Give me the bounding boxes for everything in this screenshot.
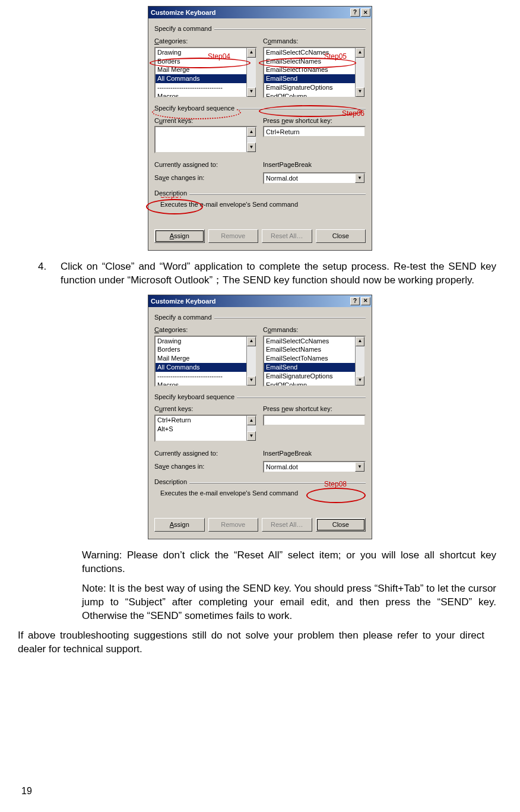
current-keys-listbox[interactable]: ▲▼	[154, 126, 257, 153]
dialog-title: Customize Keyboard	[151, 8, 349, 17]
step-number: 4.	[18, 260, 61, 287]
assign-button[interactable]: Assign	[154, 229, 205, 243]
categories-listbox[interactable]: DrawingBordersMail MergeAll Commands----…	[154, 336, 257, 387]
group-description: Description	[154, 478, 366, 486]
remove-button[interactable]: Remove	[208, 229, 259, 243]
close-icon[interactable]	[361, 297, 370, 305]
list-item[interactable]: EmailSelectCcNames	[264, 48, 355, 57]
save-changes-label: Save changes in:	[154, 172, 257, 183]
customize-keyboard-dialog-1: Customize Keyboard Specify a command Cat…	[148, 6, 372, 251]
scrollbar[interactable]: ▲▼	[355, 48, 364, 97]
list-item[interactable]: All Commands	[156, 74, 246, 83]
categories-label: Categories:	[154, 37, 257, 46]
reset-all-button[interactable]: Reset All…	[262, 229, 312, 243]
commands-listbox[interactable]: EmailSelectCcNamesEmailSelectNamesEmailS…	[263, 47, 366, 98]
list-item[interactable]: EmailSelectNames	[264, 57, 355, 66]
dialog-title: Customize Keyboard	[151, 297, 349, 306]
save-changes-combo[interactable]: Normal.dot ▼	[263, 461, 366, 473]
titlebar[interactable]: Customize Keyboard	[148, 295, 372, 307]
list-item[interactable]: Drawing	[156, 48, 246, 57]
list-item[interactable]: Borders	[156, 345, 246, 354]
press-new-key-label: Press new shortcut key:	[263, 116, 366, 125]
group-specify-command: Specify a command	[154, 24, 366, 33]
remove-button[interactable]: Remove	[208, 518, 259, 532]
list-item[interactable]: Macros	[156, 381, 246, 386]
list-item[interactable]: EndOfColumn	[264, 92, 355, 97]
list-item[interactable]: EndOfColumn	[264, 381, 355, 386]
group-description: Description	[154, 189, 366, 198]
list-item[interactable]: EmailSelectNames	[264, 345, 355, 354]
assigned-to-label: Currently assigned to:	[154, 159, 257, 170]
list-item[interactable]: Borders	[156, 57, 246, 66]
chevron-down-icon[interactable]: ▼	[355, 173, 364, 183]
press-new-key-input[interactable]: Ctrl+Return	[263, 126, 366, 137]
description-text: Executes the e-mail envelope's Send comm…	[154, 199, 366, 226]
warning-text: Warning: Please don’t click the “Reset A…	[82, 549, 502, 576]
titlebar[interactable]: Customize Keyboard	[148, 7, 372, 18]
current-keys-label: Current keys:	[154, 116, 257, 125]
list-item[interactable]: EmailSend	[264, 74, 355, 83]
list-item[interactable]: Mail Merge	[156, 65, 246, 74]
close-icon[interactable]	[361, 8, 370, 17]
list-item[interactable]: EmailSignatureOptions	[264, 83, 355, 92]
list-item[interactable]: Alt+S	[156, 425, 246, 434]
footer-text: If above troubleshooting suggestions sti…	[18, 629, 484, 656]
press-new-key-input[interactable]	[263, 415, 366, 426]
categories-label: Categories:	[154, 326, 257, 334]
commands-label: Commands:	[263, 326, 366, 334]
save-changes-label: Save changes in:	[154, 461, 257, 472]
help-icon[interactable]	[350, 8, 360, 17]
scrollbar[interactable]: ▲▼	[355, 337, 364, 386]
group-specify-command: Specify a command	[154, 313, 366, 322]
chevron-down-icon[interactable]: ▼	[355, 462, 364, 472]
step-text: Click on “Close” and “Word” application …	[61, 260, 502, 287]
current-keys-label: Current keys:	[154, 405, 257, 413]
list-item[interactable]: EmailSignatureOptions	[264, 372, 355, 381]
reset-all-button[interactable]: Reset All…	[262, 518, 312, 532]
scrollbar[interactable]: ▲▼	[246, 416, 256, 441]
assigned-to-value: InsertPageBreak	[263, 159, 366, 170]
assign-button[interactable]: Assign	[154, 518, 205, 532]
list-item[interactable]: ------------------------------	[156, 372, 246, 381]
list-item[interactable]: EmailSend	[264, 363, 355, 372]
list-item[interactable]: EmailSelectToNames	[264, 65, 355, 74]
close-button[interactable]: Close	[316, 518, 366, 532]
commands-label: Commands:	[263, 37, 366, 46]
list-item[interactable]: ------------------------------	[156, 83, 246, 92]
help-icon[interactable]	[350, 297, 360, 305]
close-button[interactable]: Close	[316, 229, 366, 243]
assigned-to-label: Currently assigned to:	[154, 448, 257, 459]
page-number: 19	[21, 785, 32, 798]
list-item[interactable]: EmailSelectToNames	[264, 354, 355, 363]
save-changes-combo[interactable]: Normal.dot ▼	[263, 172, 366, 184]
scrollbar[interactable]: ▲▼	[246, 48, 256, 97]
list-item[interactable]: EmailSelectCcNames	[264, 337, 355, 346]
categories-listbox[interactable]: DrawingBordersMail MergeAll Commands----…	[154, 47, 257, 98]
press-new-key-label: Press new shortcut key:	[263, 405, 366, 413]
list-item[interactable]: Drawing	[156, 337, 246, 346]
scrollbar[interactable]: ▲▼	[246, 337, 256, 386]
list-item[interactable]: Mail Merge	[156, 354, 246, 363]
list-item[interactable]: All Commands	[156, 363, 246, 372]
assigned-to-value: InsertPageBreak	[263, 448, 366, 459]
list-item[interactable]: Macros	[156, 92, 246, 97]
scrollbar[interactable]: ▲▼	[246, 127, 256, 152]
note-text: Note: It is the best way of using the SE…	[82, 582, 502, 623]
step-4: 4. Click on “Close” and “Word” applicati…	[18, 260, 502, 287]
description-text: Executes the e-mail envelope's Send comm…	[154, 488, 366, 514]
current-keys-listbox[interactable]: Ctrl+ReturnAlt+S ▲▼	[154, 415, 257, 442]
customize-keyboard-dialog-2: Customize Keyboard Specify a command Cat…	[148, 295, 372, 539]
group-specify-sequence: Specify keyboard sequence	[154, 104, 366, 113]
commands-listbox[interactable]: EmailSelectCcNamesEmailSelectNamesEmailS…	[263, 336, 366, 387]
list-item[interactable]: Ctrl+Return	[156, 416, 246, 425]
group-specify-sequence: Specify keyboard sequence	[154, 393, 366, 402]
